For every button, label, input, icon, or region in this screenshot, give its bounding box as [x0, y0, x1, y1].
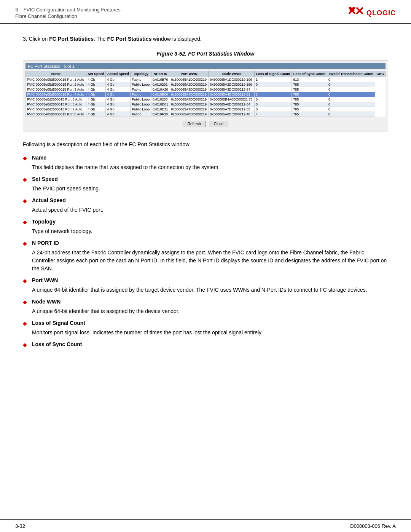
table-cell: 0: [327, 82, 375, 87]
bullet-description: A unique 64-bit identifier that is assig…: [23, 307, 388, 315]
bullet-description: A 24-bit address that the Fabric Control…: [23, 249, 388, 273]
table-cell: 4 Gb: [86, 102, 106, 107]
instruction-paragraph: 3. Click on FC Port Statistics. The FC P…: [23, 35, 388, 43]
table-cell: Public Loop: [131, 97, 151, 102]
bullet-arrow-icon: ◆: [23, 299, 28, 305]
col-crc: CRC: [375, 71, 386, 77]
table-cell: 0x500065A7DC000229: [170, 107, 209, 112]
table-cell: Public Loop: [131, 107, 151, 112]
bullet-arrow-icon: ◆: [23, 155, 28, 161]
table-cell: 785: [292, 97, 327, 102]
table-cell: 0x500065A2DC000219 180: [209, 82, 255, 87]
col-name: Name: [26, 71, 86, 77]
table-cell: 0: [255, 102, 292, 107]
table-cell: 4 Gb: [106, 102, 131, 107]
table-cell: 2: [255, 92, 292, 97]
table-cell: 4 Gb: [106, 107, 131, 112]
table-cell: Fabric: [131, 87, 151, 92]
table-cell: 4 Gb: [106, 82, 131, 87]
table-cell: 4 Gb: [106, 87, 131, 92]
table-cell: 0x500065A7DC000219 55: [209, 107, 255, 112]
logo-text: QLOGIC: [366, 9, 396, 17]
bullet-label: Node WWN: [32, 299, 61, 305]
col-node-wwn: Node WWN: [209, 71, 255, 77]
page-footer: 3-32 D000003-006 Rev. A: [0, 519, 411, 532]
bullet-label: Topology: [32, 219, 56, 225]
instruction-suffix: window is displayed:: [151, 36, 202, 42]
table-cell: 0x500065A6DC000219 64: [209, 102, 255, 107]
bullet-arrow-icon: ◆: [23, 198, 28, 204]
table-cell: 4 Gb: [106, 97, 131, 102]
header-text: 3 – FVIC Configuration and Monitoring Fe…: [15, 7, 121, 19]
fc-port-statistics-table: Name Set Speed Actual Speed Topology NPo…: [25, 71, 386, 117]
table-cell: 0x500065A2DC000219: [170, 82, 209, 87]
col-loss-sync: Loss of Sync Count: [292, 71, 327, 77]
table-cell: 0x010B70: [151, 77, 170, 82]
instruction-middle: . The: [94, 36, 107, 42]
table-cell: 0x010201: [151, 82, 170, 87]
table-cell: 0x010E31: [151, 107, 170, 112]
table-cell: 0: [327, 107, 375, 112]
table-cell: FVIC 00005e05d5000015 Port 2 Auto: [26, 82, 86, 87]
bullet-label: Loss of Signal Count: [32, 320, 85, 326]
bullet-section: ◆NameThis field displays the name that w…: [23, 155, 388, 171]
col-set-speed: Set Speed: [86, 71, 106, 77]
table-cell: 0: [255, 107, 292, 112]
table-cell: 0x500065A3DC000219 84: [209, 87, 255, 92]
bullet-section: ◆Loss of Sync Count: [23, 341, 388, 348]
bullet-section: ◆TopologyType of network topology.: [23, 219, 388, 235]
page-header: 3 – FVIC Configuration and Monitoring Fe…: [0, 0, 411, 24]
figure-caption: Figure 3-52. FC Port Statistics Window: [23, 51, 388, 57]
close-button[interactable]: Close: [209, 121, 229, 127]
table-cell: FVIC 00005e05d5000015 Port 4 Auto: [26, 92, 86, 97]
instruction-bold2: FC Port Statistics: [107, 36, 152, 42]
footer-page-number: 3-32: [15, 523, 25, 529]
bullet-item: ◆Port WWN: [23, 277, 388, 284]
table-cell: FVIC 00005e05d5000015 Port 0 Auto: [26, 112, 86, 117]
col-topology: Topology: [131, 71, 151, 77]
table-cell: 0: [327, 97, 375, 102]
table-cell: 0: [327, 102, 375, 107]
table-cell: 4 Gb: [106, 112, 131, 117]
table-cell: 4: [255, 112, 292, 117]
table-cell: 785: [292, 82, 327, 87]
table-cell: 785: [292, 102, 327, 107]
table-cell: 0x500065A3DC000219: [170, 87, 209, 92]
table-cell: Public Loop: [131, 102, 151, 107]
header-subtitle: Fibre Channel Configuration: [15, 13, 121, 19]
bullet-section: ◆Set SpeedThe FVIC port speed setting.: [23, 176, 388, 193]
table-cell: 0: [327, 92, 375, 97]
col-loss-signal: Loss of Signal Count: [255, 71, 292, 77]
bullets-container: ◆NameThis field displays the name that w…: [23, 155, 388, 348]
table-cell: 4 Gb: [86, 87, 106, 92]
table-cell: Fabric: [131, 77, 151, 82]
bullet-description: Type of network topology.: [23, 227, 388, 235]
table-cell: 0x010200: [151, 97, 170, 102]
table-cell: FVIC 00005e0d2000015 Port 5 Auto: [26, 97, 86, 102]
table-button-area: Refresh Close: [25, 119, 386, 129]
bullet-arrow-icon: ◆: [23, 278, 28, 284]
table-cell: FVIC 00005e05d5000015 Port 1 Auto: [26, 77, 86, 82]
bullet-arrow-icon: ◆: [23, 342, 28, 348]
table-cell: 0x500065A4DC000219: [170, 92, 209, 97]
table-cell: 0: [255, 97, 292, 102]
bullet-item: ◆Actual Speed: [23, 197, 388, 204]
table-cell: 4 Gb: [86, 112, 106, 117]
bullet-section: ◆N PORT IDA 24-bit address that the Fabr…: [23, 240, 388, 273]
bullet-label: Set Speed: [32, 176, 58, 182]
table-cell: 4 Gb: [106, 77, 131, 82]
qlogic-logo-icon: [348, 7, 363, 19]
table-cell: 0x500065A5DC000219: [170, 97, 209, 102]
table-cell: 0x010B00: [151, 92, 170, 97]
table-cell: 0x010A20: [151, 87, 170, 92]
bullet-label: Actual Speed: [32, 197, 66, 203]
bullet-description: Actual speed of the FVIC port.: [23, 206, 388, 214]
table-cell: 0x500065A1DC000219: [170, 77, 209, 82]
bullet-section: ◆Loss of Signal CountMonitors port signa…: [23, 320, 388, 337]
table-cell: 0x500065B4A0DC00021 73: [209, 97, 255, 102]
bullet-item: ◆Node WWN: [23, 299, 388, 305]
refresh-button[interactable]: Refresh: [183, 121, 206, 127]
table-cell: 4 Gb: [106, 92, 131, 97]
bullet-description: Monitors port signal loss. Indicates the…: [23, 329, 388, 337]
table-cell: 0: [327, 87, 375, 92]
